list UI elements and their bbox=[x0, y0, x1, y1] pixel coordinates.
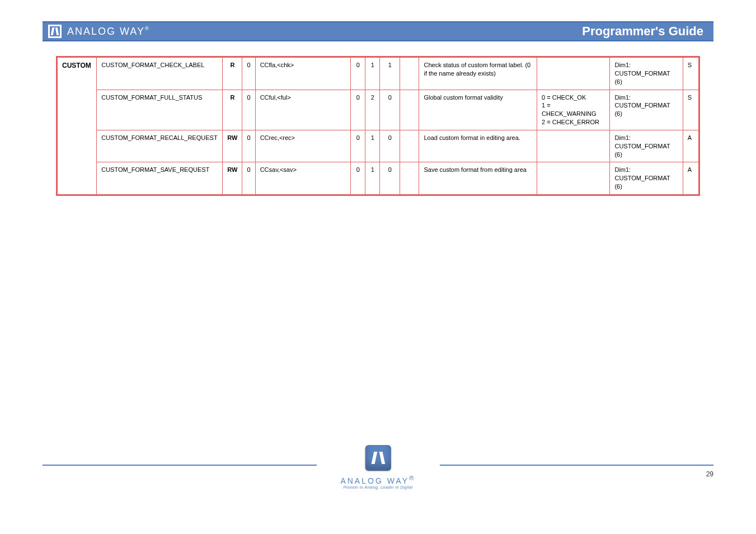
brand-registered: ® bbox=[145, 26, 150, 31]
page-number: 29 bbox=[706, 470, 713, 478]
commands-table: CUSTOM CUSTOM_FORMAT_CHECK_LABEL R 0 CCf… bbox=[56, 56, 700, 196]
cmd-name: CUSTOM_FORMAT_RECALL_REQUEST bbox=[97, 130, 223, 162]
cmd-max: 2 bbox=[365, 90, 380, 130]
cmd-flag: A bbox=[683, 130, 698, 162]
cmd-dim: Dim1: CUSTOM_FORMAT (6) bbox=[610, 130, 683, 162]
cmd-return: CCsav,<sav> bbox=[255, 162, 350, 195]
cmd-name: CUSTOM_FORMAT_SAVE_REQUEST bbox=[97, 162, 223, 195]
cmd-desc: Check status of custom format label. (0 … bbox=[419, 58, 537, 90]
cmd-min: 0 bbox=[351, 90, 365, 130]
cmd-enum bbox=[537, 130, 610, 162]
cmd-spacer bbox=[400, 58, 419, 90]
cmd-flag: A bbox=[683, 162, 698, 195]
footer-rule-right bbox=[440, 465, 714, 466]
cmd-flag: S bbox=[683, 90, 698, 130]
table-row: CUSTOM_FORMAT_SAVE_REQUEST RW 0 CCsav,<s… bbox=[58, 162, 699, 195]
cmd-spacer bbox=[400, 162, 419, 195]
cmd-dim: Dim1: CUSTOM_FORMAT (6) bbox=[610, 58, 683, 90]
cmd-def: 0 bbox=[380, 162, 400, 195]
cmd-enum: 0 = CHECK_OK 1 = CHECK_WARNING 2 = CHECK… bbox=[537, 90, 610, 130]
page-title: Programmer's Guide bbox=[582, 24, 703, 39]
footer-registered: ® bbox=[409, 474, 416, 481]
cmd-dim: Dim1: CUSTOM_FORMAT (6) bbox=[610, 162, 683, 195]
cmd-rw: R bbox=[223, 58, 242, 90]
cmd-enum bbox=[537, 58, 610, 90]
brand-block: ANALOG WAY® bbox=[43, 25, 150, 38]
brand-name: ANALOG WAY bbox=[67, 26, 145, 37]
cmd-max: 1 bbox=[365, 130, 380, 162]
footer-logo-icon bbox=[365, 445, 391, 471]
footer-logo-block: ANALOG WAY® Pioneer in Analog, Leader in… bbox=[340, 445, 415, 489]
cmd-nreq: 0 bbox=[242, 90, 255, 130]
cmd-max: 1 bbox=[365, 162, 380, 195]
cmd-rw: R bbox=[223, 90, 242, 130]
group-label: CUSTOM bbox=[58, 58, 97, 195]
cmd-nreq: 0 bbox=[242, 162, 255, 195]
cmd-rw: RW bbox=[223, 130, 242, 162]
cmd-min: 0 bbox=[351, 130, 365, 162]
cmd-spacer bbox=[400, 130, 419, 162]
cmd-min: 0 bbox=[351, 58, 365, 90]
cmd-return: CCful,<ful> bbox=[255, 90, 350, 130]
cmd-def: 1 bbox=[380, 58, 400, 90]
cmd-desc: Save custom format from editing area bbox=[419, 162, 537, 195]
cmd-enum bbox=[537, 162, 610, 195]
cmd-dim: Dim1: CUSTOM_FORMAT (6) bbox=[610, 90, 683, 130]
cmd-return: CCfla,<chk> bbox=[255, 58, 350, 90]
cmd-max: 1 bbox=[365, 58, 380, 90]
footer-brand: ANALOG WAY® bbox=[340, 474, 415, 485]
footer-brand-name: ANALOG WAY bbox=[340, 476, 409, 485]
cmd-name: CUSTOM_FORMAT_CHECK_LABEL bbox=[97, 58, 223, 90]
cmd-flag: S bbox=[683, 58, 698, 90]
footer-tagline: Pioneer in Analog, Leader in Digital bbox=[340, 485, 415, 489]
cmd-def: 0 bbox=[380, 90, 400, 130]
table-row: CUSTOM CUSTOM_FORMAT_CHECK_LABEL R 0 CCf… bbox=[58, 58, 699, 90]
cmd-nreq: 0 bbox=[242, 58, 255, 90]
cmd-spacer bbox=[400, 90, 419, 130]
cmd-desc: Global custom format validity bbox=[419, 90, 537, 130]
cmd-def: 0 bbox=[380, 130, 400, 162]
cmd-desc: Load custom format in editing area. bbox=[419, 130, 537, 162]
cmd-min: 0 bbox=[351, 162, 365, 195]
cmd-rw: RW bbox=[223, 162, 242, 195]
header-bar: ANALOG WAY® Programmer's Guide bbox=[43, 21, 713, 41]
cmd-nreq: 0 bbox=[242, 130, 255, 162]
brand-logo-icon bbox=[48, 25, 62, 38]
cmd-name: CUSTOM_FORMAT_FULL_STATUS bbox=[97, 90, 223, 130]
footer-rule-left bbox=[43, 465, 317, 466]
brand-text: ANALOG WAY® bbox=[67, 26, 150, 38]
cmd-return: CCrec,<rec> bbox=[255, 130, 350, 162]
table-row: CUSTOM_FORMAT_FULL_STATUS R 0 CCful,<ful… bbox=[58, 90, 699, 130]
table-row: CUSTOM_FORMAT_RECALL_REQUEST RW 0 CCrec,… bbox=[58, 130, 699, 162]
